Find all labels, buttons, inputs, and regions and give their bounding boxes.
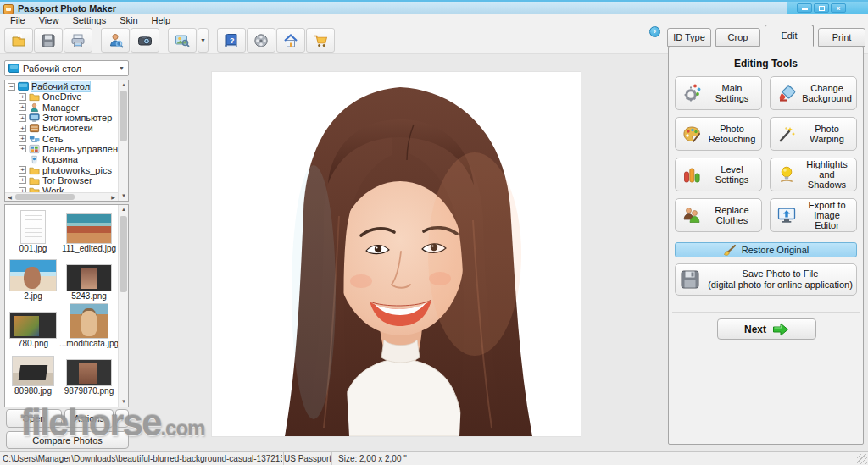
scroll-down-icon[interactable]: ▼ — [119, 191, 129, 201]
tree-expand-icon[interactable]: + — [19, 103, 26, 111]
tree-item-work[interactable]: + Work — [5, 185, 118, 192]
menu-help[interactable]: Help — [145, 14, 178, 27]
next-button[interactable]: Next — [717, 318, 816, 340]
replace-clothes-button[interactable]: Replace Clothes — [675, 198, 762, 232]
tree-expand-icon[interactable]: + — [19, 114, 26, 122]
level-settings-button[interactable]: Level Settings — [675, 158, 762, 191]
status-bar: C:\Users\Manager\Downloads\beautiful-blu… — [0, 451, 868, 465]
menu-bar: File View Settings Skin Help — [0, 14, 868, 27]
thumbnail-image[interactable] — [70, 303, 108, 339]
restore-original-button[interactable]: Restore Original — [675, 242, 857, 257]
thumbnail-image[interactable] — [66, 264, 112, 291]
photo-retouching-button[interactable]: Photo Retouching — [675, 117, 762, 151]
thumbnail-item[interactable]: ...modificata.jpg — [61, 302, 117, 349]
panel-title: Editing Tools — [669, 58, 863, 69]
view-photo-dropdown[interactable]: ▼ — [198, 28, 209, 53]
close-button[interactable]: x — [831, 3, 846, 13]
folder-icon — [29, 165, 40, 175]
export-monitor-icon — [776, 205, 797, 225]
resize-grip[interactable] — [857, 454, 867, 464]
folder-select[interactable]: Рабочий стол ▼ — [4, 60, 129, 76]
tree-hscrollbar[interactable]: ◀ ▶ — [5, 192, 118, 201]
photo-viewer-icon — [174, 32, 191, 49]
tree-expand-icon[interactable]: + — [19, 166, 26, 174]
actions-dropdown[interactable]: ▼ — [115, 409, 129, 428]
tree-item-libraries[interactable]: + Библиотеки — [5, 123, 118, 133]
menu-view[interactable]: View — [32, 14, 66, 27]
desktop-icon — [18, 81, 29, 91]
tree-expand-icon[interactable]: + — [19, 93, 26, 101]
tree-expand-icon[interactable]: + — [19, 145, 26, 152]
export-image-editor-button[interactable]: Export to Image Editor — [770, 198, 857, 232]
collapse-panel-button[interactable]: › — [649, 26, 660, 37]
print-button[interactable] — [64, 28, 92, 53]
photo-warping-button[interactable]: Photo Warping — [770, 117, 857, 151]
thumbnail-item-partial[interactable] — [5, 396, 61, 407]
tree-expand-icon[interactable]: + — [19, 125, 26, 132]
scroll-down-icon[interactable]: ▼ — [119, 397, 129, 407]
tree-item-tor-browser[interactable]: + Tor Browser — [5, 175, 118, 185]
tree-scrollbar[interactable]: ▲ ▼ — [118, 80, 128, 201]
menu-file[interactable]: File — [3, 14, 32, 27]
tree-collapse-icon[interactable]: − — [8, 83, 15, 91]
buy-order-button[interactable] — [306, 28, 335, 53]
tree-item-photoworks-pics[interactable]: + photoworks_pics — [5, 164, 118, 174]
thumbnail-image[interactable] — [9, 312, 57, 339]
thumbnail-item[interactable]: 001.jpg — [5, 207, 61, 254]
thumbnail-image[interactable] — [66, 359, 112, 386]
thumbnail-item[interactable]: 111_edited.jpg — [61, 207, 117, 254]
thumbnail-item[interactable]: 80980.jpg — [5, 349, 61, 396]
actions-button[interactable]: Actions — [64, 409, 114, 428]
scroll-left-icon[interactable]: ◀ — [5, 193, 14, 202]
tree-item-control-panel[interactable]: + Панель управления — [5, 144, 118, 154]
thumbnails-scrollbar[interactable]: ▲ ▼ — [118, 205, 128, 407]
open-button[interactable]: Open — [6, 409, 62, 428]
tree-item-desktop[interactable]: − Рабочий стол — [5, 81, 118, 91]
home-icon — [282, 32, 299, 49]
website-home-button[interactable] — [276, 28, 305, 53]
settings-gear-icon — [682, 83, 702, 103]
compare-photos-button[interactable]: Compare Photos — [6, 431, 129, 449]
recycle-bin-icon — [29, 154, 40, 164]
take-id-photo-button[interactable] — [101, 28, 130, 53]
tree-item-recycle-bin[interactable]: + Корзина — [5, 154, 118, 164]
menu-settings[interactable]: Settings — [65, 14, 113, 27]
highlights-shadows-button[interactable]: Highlights and Shadows — [770, 158, 857, 191]
thumbnail-item[interactable]: 780.png — [5, 302, 61, 349]
thumbnail-item[interactable]: 5243.png — [61, 254, 117, 302]
change-background-button[interactable]: Change Background — [770, 76, 857, 110]
thumbnail-item[interactable]: 9879870.png — [61, 349, 117, 396]
tab-edit[interactable]: Edit — [765, 25, 814, 47]
tab-id-type[interactable]: ID Type — [667, 28, 711, 47]
help-button[interactable]: ? — [217, 28, 246, 53]
tree-item-this-computer[interactable]: + Этот компьютер — [5, 113, 118, 123]
thumbnail-image[interactable] — [66, 213, 112, 244]
maximize-button[interactable] — [814, 3, 829, 13]
folder-icon — [29, 91, 40, 102]
capture-from-camera-button[interactable] — [131, 28, 159, 53]
mode-tabs: ID Type Crop Edit Print — [667, 28, 865, 47]
scroll-up-icon[interactable]: ▲ — [119, 80, 129, 90]
minimize-button[interactable] — [797, 3, 812, 13]
tree-item-onedrive[interactable]: + OneDrive — [5, 91, 118, 102]
save-photo-button[interactable] — [34, 28, 63, 53]
thumbnail-image[interactable] — [20, 210, 46, 244]
scroll-right-icon[interactable]: ▶ — [108, 193, 118, 202]
thumbnail-image[interactable] — [9, 259, 57, 291]
open-image-button[interactable] — [4, 28, 33, 53]
scroll-up-icon[interactable]: ▲ — [119, 205, 129, 214]
thumbnail-image[interactable] — [12, 356, 54, 386]
video-tutorials-button[interactable] — [247, 28, 275, 53]
tree-expand-icon[interactable]: + — [19, 176, 26, 184]
thumbnail-item[interactable]: 2.jpg — [5, 254, 61, 302]
tab-crop[interactable]: Crop — [715, 28, 760, 47]
save-photo-to-file-button[interactable]: Save Photo to File (digital photo for on… — [675, 263, 857, 296]
tab-print[interactable]: Print — [818, 28, 865, 47]
menu-skin[interactable]: Skin — [113, 14, 144, 27]
tree-expand-icon[interactable]: + — [19, 135, 26, 142]
view-photo-button[interactable] — [168, 28, 197, 53]
tree-item-manager[interactable]: + Manager — [5, 102, 118, 113]
thumbnail-item-partial[interactable] — [61, 396, 117, 407]
main-settings-button[interactable]: Main Settings — [675, 76, 762, 110]
tree-item-network[interactable]: + Сеть — [5, 133, 118, 143]
